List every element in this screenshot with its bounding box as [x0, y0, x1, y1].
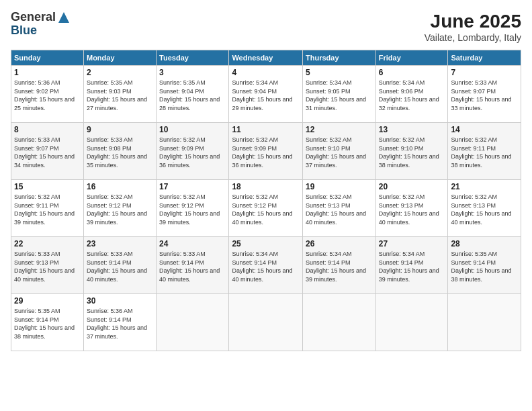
day-number: 21: [451, 182, 518, 191]
day-number: 23: [87, 239, 153, 248]
day-number: 30: [87, 296, 153, 306]
table-row: [229, 294, 303, 351]
day-number: 11: [232, 125, 300, 134]
logo-icon: [57, 11, 71, 24]
day-number: 12: [306, 125, 373, 134]
table-row: 24 Sunrise: 5:33 AMSunset: 9:14 PMDaylig…: [157, 237, 229, 294]
table-row: 28 Sunrise: 5:35 AMSunset: 9:14 PMDaylig…: [448, 237, 521, 294]
table-row: 1 Sunrise: 5:36 AMSunset: 9:02 PMDayligh…: [11, 66, 84, 123]
day-number: 22: [14, 239, 81, 248]
day-info: Sunrise: 5:35 AMSunset: 9:03 PMDaylight:…: [87, 79, 147, 111]
header: General Blue June 2025 Vailate, Lombardy…: [11, 11, 521, 43]
logo: General Blue: [11, 11, 71, 38]
table-row: 10 Sunrise: 5:32 AMSunset: 9:09 PMDaylig…: [157, 123, 229, 180]
day-info: Sunrise: 5:32 AMSunset: 9:10 PMDaylight:…: [306, 136, 366, 169]
table-row: [303, 294, 376, 351]
day-info: Sunrise: 5:34 AMSunset: 9:06 PMDaylight:…: [379, 79, 439, 111]
day-info: Sunrise: 5:32 AMSunset: 9:12 PMDaylight:…: [159, 193, 220, 226]
table-row: 29 Sunrise: 5:35 AMSunset: 9:14 PMDaylig…: [11, 294, 84, 351]
day-info: Sunrise: 5:34 AMSunset: 9:05 PMDaylight:…: [306, 79, 366, 111]
table-row: [157, 294, 229, 351]
day-number: 4: [232, 68, 300, 77]
col-thursday: Thursday: [303, 50, 376, 66]
table-row: 23 Sunrise: 5:33 AMSunset: 9:14 PMDaylig…: [83, 237, 156, 294]
table-row: 4 Sunrise: 5:34 AMSunset: 9:04 PMDayligh…: [229, 66, 303, 123]
day-number: 13: [379, 125, 445, 134]
table-row: 19 Sunrise: 5:32 AMSunset: 9:13 PMDaylig…: [303, 180, 376, 237]
table-row: 30 Sunrise: 5:36 AMSunset: 9:14 PMDaylig…: [83, 294, 156, 351]
svg-marker-0: [58, 12, 69, 23]
table-row: 20 Sunrise: 5:32 AMSunset: 9:13 PMDaylig…: [375, 180, 448, 237]
table-row: 21 Sunrise: 5:32 AMSunset: 9:13 PMDaylig…: [448, 180, 521, 237]
day-number: 19: [306, 182, 373, 191]
calendar-week-row: 8 Sunrise: 5:33 AMSunset: 9:07 PMDayligh…: [11, 123, 521, 180]
col-friday: Friday: [375, 50, 448, 66]
day-info: Sunrise: 5:36 AMSunset: 9:02 PMDaylight:…: [14, 79, 75, 111]
table-row: 2 Sunrise: 5:35 AMSunset: 9:03 PMDayligh…: [83, 66, 156, 123]
day-number: 18: [232, 182, 300, 191]
table-row: [375, 294, 448, 351]
day-number: 1: [14, 68, 81, 77]
table-row: 18 Sunrise: 5:32 AMSunset: 9:12 PMDaylig…: [229, 180, 303, 237]
title-block: June 2025 Vailate, Lombardy, Italy: [425, 11, 521, 43]
day-info: Sunrise: 5:34 AMSunset: 9:14 PMDaylight:…: [379, 250, 439, 283]
day-info: Sunrise: 5:34 AMSunset: 9:14 PMDaylight:…: [306, 250, 366, 283]
calendar-week-row: 29 Sunrise: 5:35 AMSunset: 9:14 PMDaylig…: [11, 294, 521, 351]
day-info: Sunrise: 5:32 AMSunset: 9:13 PMDaylight:…: [306, 193, 366, 226]
table-row: 27 Sunrise: 5:34 AMSunset: 9:14 PMDaylig…: [375, 237, 448, 294]
day-info: Sunrise: 5:35 AMSunset: 9:14 PMDaylight:…: [14, 308, 75, 340]
calendar-table: Sunday Monday Tuesday Wednesday Thursday…: [11, 50, 521, 351]
col-sunday: Sunday: [11, 50, 84, 66]
table-row: 17 Sunrise: 5:32 AMSunset: 9:12 PMDaylig…: [157, 180, 229, 237]
day-info: Sunrise: 5:33 AMSunset: 9:14 PMDaylight:…: [159, 250, 220, 283]
logo-general-text: General: [11, 10, 56, 24]
day-info: Sunrise: 5:32 AMSunset: 9:12 PMDaylight:…: [232, 193, 292, 226]
day-info: Sunrise: 5:34 AMSunset: 9:04 PMDaylight:…: [232, 79, 292, 111]
table-row: 9 Sunrise: 5:33 AMSunset: 9:08 PMDayligh…: [83, 123, 156, 180]
day-info: Sunrise: 5:34 AMSunset: 9:14 PMDaylight:…: [232, 250, 292, 283]
day-number: 14: [451, 125, 518, 134]
day-info: Sunrise: 5:33 AMSunset: 9:07 PMDaylight:…: [14, 136, 75, 169]
table-row: 15 Sunrise: 5:32 AMSunset: 9:11 PMDaylig…: [11, 180, 84, 237]
day-number: 20: [379, 182, 445, 191]
page: General Blue June 2025 Vailate, Lombardy…: [0, 0, 532, 411]
col-saturday: Saturday: [448, 50, 521, 66]
day-number: 24: [159, 239, 226, 248]
col-monday: Monday: [83, 50, 156, 66]
calendar-week-row: 22 Sunrise: 5:33 AMSunset: 9:13 PMDaylig…: [11, 237, 521, 294]
day-number: 17: [159, 182, 226, 191]
day-number: 8: [14, 125, 81, 134]
day-number: 10: [159, 125, 226, 134]
table-row: 6 Sunrise: 5:34 AMSunset: 9:06 PMDayligh…: [375, 66, 448, 123]
table-row: 22 Sunrise: 5:33 AMSunset: 9:13 PMDaylig…: [11, 237, 84, 294]
day-info: Sunrise: 5:32 AMSunset: 9:09 PMDaylight:…: [159, 136, 220, 169]
day-info: Sunrise: 5:32 AMSunset: 9:09 PMDaylight:…: [232, 136, 292, 169]
day-number: 2: [87, 68, 153, 77]
day-info: Sunrise: 5:33 AMSunset: 9:08 PMDaylight:…: [87, 136, 147, 169]
table-row: 26 Sunrise: 5:34 AMSunset: 9:14 PMDaylig…: [303, 237, 376, 294]
day-number: 7: [451, 68, 518, 77]
calendar-header-row: Sunday Monday Tuesday Wednesday Thursday…: [11, 50, 521, 66]
day-info: Sunrise: 5:32 AMSunset: 9:13 PMDaylight:…: [451, 193, 511, 226]
day-number: 26: [306, 239, 373, 248]
month-title: June 2025: [425, 11, 521, 32]
day-info: Sunrise: 5:32 AMSunset: 9:12 PMDaylight:…: [87, 193, 147, 226]
day-number: 16: [87, 182, 153, 191]
table-row: [448, 294, 521, 351]
day-info: Sunrise: 5:32 AMSunset: 9:11 PMDaylight:…: [451, 136, 511, 169]
logo-blue-label: Blue: [11, 24, 37, 38]
day-info: Sunrise: 5:33 AMSunset: 9:13 PMDaylight:…: [14, 250, 75, 283]
table-row: 11 Sunrise: 5:32 AMSunset: 9:09 PMDaylig…: [229, 123, 303, 180]
day-info: Sunrise: 5:32 AMSunset: 9:11 PMDaylight:…: [14, 193, 75, 226]
day-number: 5: [306, 68, 373, 77]
day-info: Sunrise: 5:33 AMSunset: 9:07 PMDaylight:…: [451, 79, 511, 111]
day-number: 3: [159, 68, 226, 77]
table-row: 25 Sunrise: 5:34 AMSunset: 9:14 PMDaylig…: [229, 237, 303, 294]
day-number: 28: [451, 239, 518, 248]
day-info: Sunrise: 5:32 AMSunset: 9:13 PMDaylight:…: [379, 193, 439, 226]
day-info: Sunrise: 5:33 AMSunset: 9:14 PMDaylight:…: [87, 250, 147, 283]
day-number: 6: [379, 68, 445, 77]
day-number: 15: [14, 182, 81, 191]
day-number: 29: [14, 296, 81, 306]
table-row: 16 Sunrise: 5:32 AMSunset: 9:12 PMDaylig…: [83, 180, 156, 237]
